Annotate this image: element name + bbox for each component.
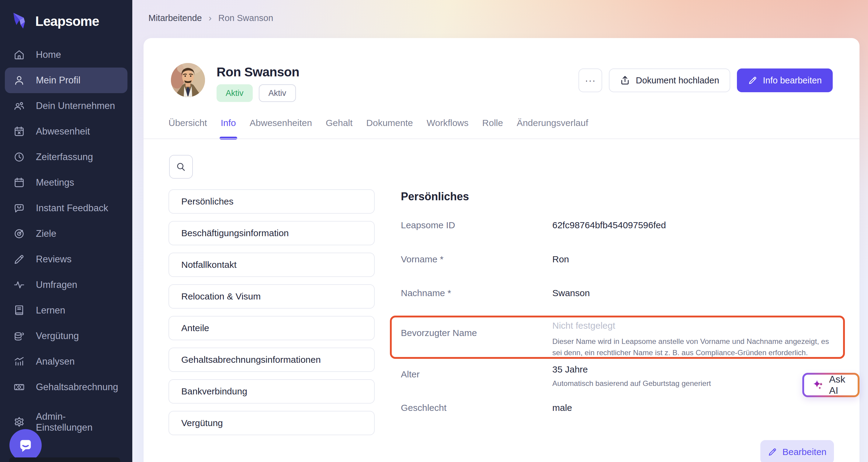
chat-widget-button[interactable] [9,429,42,461]
section-nav-item-besch-ftigungsinformation[interactable]: Beschäftigungsinformation [168,221,375,245]
ask-ai-label: Ask AI [829,374,849,396]
leapsome-bird-icon [11,11,30,31]
home-icon [13,48,26,61]
sidebar-item-label: Reviews [36,254,71,265]
calendar-icon [13,176,26,189]
sidebar-item-label: Lernen [36,305,65,316]
section-nav-item-relocation-visum[interactable]: Relocation & Visum [168,284,375,309]
more-options-button[interactable]: ··· [579,68,602,92]
upload-icon [620,75,630,86]
section-nav-item-pers-nliches[interactable]: Persönliches [168,189,375,214]
avatar[interactable] [171,63,205,97]
upload-document-button[interactable]: Dokument hochladen [609,68,730,92]
section-nav-item-verg-tung[interactable]: Vergütung [168,411,375,435]
sidebar-nav: HomeMein ProfilDein UnternehmenAbwesenhe… [5,42,127,435]
status-badge: Aktiv [217,84,253,102]
gear-icon [13,416,26,429]
sidebar-item-dein-unternehmen[interactable]: Dein Unternehmen [5,93,127,119]
section-nav-item-gehaltsabrechnungsinformationen[interactable]: Gehaltsabrechnungsinformationen [168,348,375,372]
field-label: Alter [401,369,420,379]
banknote-icon [13,381,26,394]
header-actions: ··· Dokument hochladen Info bearbeiten [579,68,833,92]
section-nav-item-bankverbindung[interactable]: Bankverbindung [168,379,375,404]
edit-info-label: Info bearbeiten [763,76,822,86]
ask-ai-button[interactable]: Ask AI [802,373,860,397]
profile-card: Ron Swanson AktivAktiv ··· Dokument hoch… [144,38,860,462]
field-label: Nachname * [401,288,451,298]
pulse-icon [13,279,26,291]
sidebar-item-meetings[interactable]: Meetings [5,170,127,195]
field-value: 62fc98764bfb454097596fed [552,220,850,230]
profile-tabs: ÜbersichtInfoAbwesenheitenGehaltDokument… [168,118,588,140]
sidebar-item-label: Meetings [36,177,74,188]
calendar-x-icon [13,125,26,138]
sidebar-item-label: Admin-Einstellungen [36,411,120,433]
upload-document-label: Dokument hochladen [636,76,719,86]
sidebar-item-label: Abwesenheit [36,126,90,137]
tab--bersicht[interactable]: Übersicht [168,118,207,140]
coins-icon [13,329,26,342]
sidebar-item-ziele[interactable]: Ziele [5,221,127,247]
user-icon [13,74,26,87]
tab-abwesenheiten[interactable]: Abwesenheiten [250,118,312,140]
edit-section-button[interactable]: Bearbeiten [760,440,834,462]
employee-name: Ron Swanson [217,65,299,80]
leapsome-logo[interactable]: Leapsome [11,11,99,31]
breadcrumb-section[interactable]: Mitarbeitende [148,13,202,23]
sparkles-icon [813,379,824,391]
tab-rolle[interactable]: Rolle [483,118,503,140]
sidebar: Leapsome HomeMein ProfilDein Unternehmen… [0,0,132,462]
field-description: Dieser Name wird in Leapsome anstelle vo… [552,336,835,358]
field-value: Swanson [552,288,850,298]
field-label: Leapsome ID [401,220,455,230]
chart-icon [13,355,26,368]
sidebar-item-instant-feedback[interactable]: Instant Feedback [5,195,127,221]
edit-info-button[interactable]: Info bearbeiten [737,68,833,92]
field-description: Automatisch basierend auf Geburtstag gen… [552,378,835,389]
sidebar-item-abwesenheit[interactable]: Abwesenheit [5,119,127,144]
sidebar-item-reviews[interactable]: Reviews [5,247,127,272]
sidebar-item-home[interactable]: Home [5,42,127,67]
chevron-right-icon: › [209,13,212,23]
people-icon [13,99,26,112]
chat-smile-icon [13,202,26,214]
field-value: Ron [552,254,850,264]
sidebar-item-umfragen[interactable]: Umfragen [5,272,127,298]
details-title: Persönliches [401,190,469,203]
tab-gehalt[interactable]: Gehalt [326,118,352,140]
sidebar-item-gehaltsabrechnung[interactable]: Gehaltsabrechnung [5,374,127,400]
sidebar-item-label: Instant Feedback [36,203,108,214]
sidebar-item-label: Mein Profil [36,75,80,86]
sidebar-item-label: Zeiterfassung [36,151,93,163]
sidebar-item-label: Ziele [36,228,56,239]
sidebar-item-mein-profil[interactable]: Mein Profil [5,67,127,93]
field-label: Geschlecht [401,403,446,413]
tab-workflows[interactable]: Workflows [427,118,469,140]
breadcrumb-current: Ron Swanson [218,13,273,23]
tab-info[interactable]: Info [221,118,236,140]
tab-dokumente[interactable]: Dokumente [366,118,413,140]
section-nav-item-anteile[interactable]: Anteile [168,316,375,340]
sidebar-item-label: Gehaltsabrechnung [36,382,118,393]
pencil-icon [748,76,757,85]
sidebar-item-zeiterfassung[interactable]: Zeiterfassung [5,144,127,170]
target-icon [13,227,26,240]
search-icon [176,161,186,172]
pencil-icon [13,253,26,266]
tab--nderungsverlauf[interactable]: Änderungsverlauf [517,118,588,140]
sidebar-item-label: Umfragen [36,279,77,290]
section-search-button[interactable] [169,155,193,179]
clock-icon [13,151,26,164]
sidebar-item-verg-tung[interactable]: Vergütung [5,323,127,349]
field-label: Vorname * [401,254,443,264]
breadcrumb: Mitarbeitende › Ron Swanson [148,13,273,23]
ellipsis-icon: ··· [585,75,596,86]
field-label: Bevorzugter Name [401,328,477,338]
sidebar-item-lernen[interactable]: Lernen [5,298,127,323]
section-nav-item-notfallkontakt[interactable]: Notfallkontakt [168,253,375,277]
sidebar-item-label: Home [36,49,61,60]
section-nav-list: PersönlichesBeschäftigungsinformationNot… [168,189,375,435]
sidebar-item-analysen[interactable]: Analysen [5,349,127,374]
chat-bubble-icon [18,437,33,453]
status-badges: AktivAktiv [217,84,296,102]
